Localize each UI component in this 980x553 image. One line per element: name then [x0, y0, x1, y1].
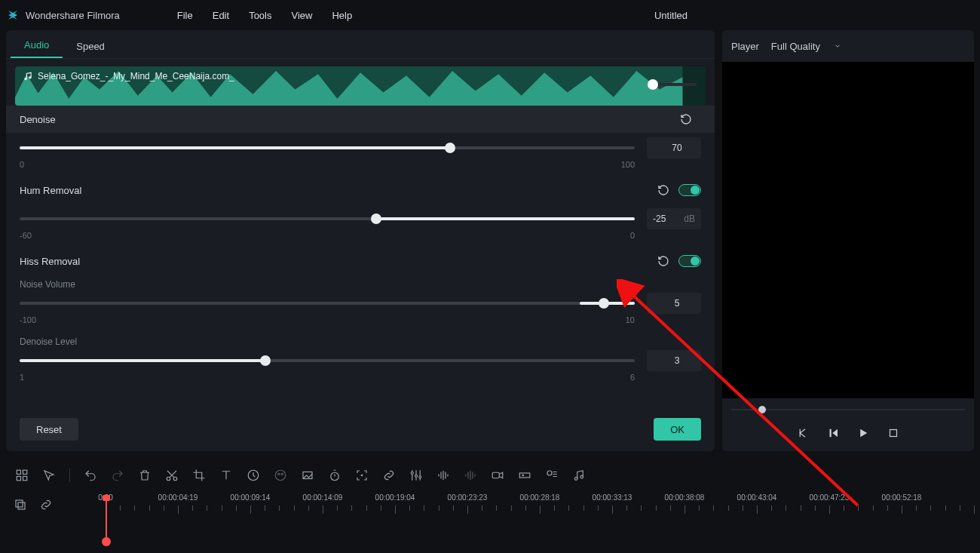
document-title: Untitled: [654, 10, 688, 21]
stop-icon[interactable]: [887, 426, 900, 440]
ok-button[interactable]: OK: [654, 418, 701, 441]
reset-denoise-icon[interactable]: [680, 113, 692, 125]
undo-icon[interactable]: [84, 469, 97, 482]
noise-volume-value[interactable]: 5: [647, 293, 701, 314]
svg-point-16: [281, 473, 283, 475]
reset-hiss-icon[interactable]: [657, 255, 669, 267]
duplicate-icon[interactable]: [14, 498, 27, 512]
brand: Wondershare Filmora: [6, 8, 120, 22]
svg-point-15: [278, 473, 280, 475]
svg-rect-30: [16, 500, 23, 507]
snap-icon[interactable]: [39, 498, 53, 512]
svg-point-12: [173, 477, 177, 481]
menu-help[interactable]: Help: [324, 7, 360, 24]
select-tool-icon[interactable]: [42, 469, 56, 482]
ruler-mark: 00:00:38:08: [665, 493, 705, 502]
menu-tools[interactable]: Tools: [241, 7, 279, 24]
tab-audio[interactable]: Audio: [11, 33, 63, 58]
hum-value[interactable]: -25dB: [647, 208, 701, 229]
stopwatch-icon[interactable]: [328, 469, 341, 482]
play-icon[interactable]: [856, 426, 870, 440]
delete-icon[interactable]: [138, 469, 152, 482]
denoise-level-value[interactable]: 3: [647, 350, 701, 371]
svg-point-4: [29, 76, 32, 79]
svg-rect-9: [17, 477, 20, 481]
layout-icon[interactable]: [15, 469, 29, 482]
svg-point-26: [547, 471, 552, 475]
svg-rect-29: [18, 502, 25, 509]
cut-icon[interactable]: [165, 469, 179, 482]
timeline-toolbar: [0, 462, 980, 489]
denoise-header: Denoise: [6, 106, 715, 133]
svg-rect-23: [492, 472, 499, 478]
menu-view[interactable]: View: [283, 7, 320, 24]
playhead[interactable]: [106, 496, 107, 542]
hum-removal-header: Hum Removal: [6, 177, 715, 204]
denoise-slider[interactable]: [20, 146, 635, 149]
svg-point-27: [574, 478, 577, 481]
svg-point-21: [415, 475, 418, 477]
prev-frame-icon[interactable]: [796, 426, 810, 440]
transport-controls: [722, 415, 974, 451]
hiss-title: Hiss Removal: [20, 256, 80, 267]
waveform-zoom-handle[interactable]: [651, 83, 697, 86]
marker-icon[interactable]: [518, 469, 531, 482]
svg-point-11: [167, 477, 170, 481]
clip-filename: Selena_Gomez_-_My_Mind_Me_CeeNaija.com_: [38, 71, 234, 81]
step-back-icon[interactable]: [826, 426, 840, 440]
ruler-mark: 00:00:47:23: [810, 493, 850, 502]
hiss-toggle[interactable]: [678, 255, 701, 267]
menu-file[interactable]: File: [170, 7, 201, 24]
reset-button[interactable]: Reset: [20, 418, 78, 441]
denoise-level-slider[interactable]: [20, 359, 635, 362]
beat-icon[interactable]: [572, 469, 586, 482]
denoise-value[interactable]: 70: [647, 137, 701, 158]
svg-point-14: [275, 470, 286, 481]
ruler-mark: 00:00:52:18: [882, 493, 922, 502]
denoise-level-label: Denoise Level: [20, 336, 701, 347]
speed-icon[interactable]: [247, 469, 260, 482]
video-viewport[interactable]: [722, 62, 974, 398]
redo-icon[interactable]: [111, 469, 124, 482]
transcribe-icon[interactable]: [545, 469, 559, 482]
greenscreen-icon[interactable]: [301, 469, 314, 482]
ruler-mark: 00:00:28:18: [520, 493, 560, 502]
svg-rect-6: [890, 430, 897, 437]
tab-speed[interactable]: Speed: [63, 35, 118, 58]
svg-point-20: [411, 472, 413, 475]
audio-clip-waveform[interactable]: Selena_Gomez_-_My_Mind_Me_CeeNaija.com_: [15, 66, 706, 106]
quality-dropdown[interactable]: Full Quality: [768, 38, 855, 55]
playback-track[interactable]: [731, 404, 965, 415]
timeline-ruler[interactable]: 0:00 00:00:04:1900:00:09:1400:00:14:0900…: [106, 493, 974, 516]
player-panel: Player Full Quality: [722, 30, 974, 451]
app-name: Wondershare Filmora: [26, 10, 120, 21]
crop-icon[interactable]: [192, 469, 206, 482]
svg-point-22: [419, 476, 421, 478]
noise-volume-slider[interactable]: [20, 302, 635, 305]
svg-rect-7: [17, 470, 20, 474]
link-icon[interactable]: [382, 469, 396, 482]
divider: [69, 469, 70, 482]
ruler-mark: 00:00:43:04: [737, 493, 777, 502]
ruler-mark: 00:00:04:19: [158, 493, 198, 502]
record-icon[interactable]: [491, 469, 504, 482]
color-icon[interactable]: [274, 469, 287, 482]
ruler-mark: 00:00:33:13: [593, 493, 632, 502]
ai-audio-icon[interactable]: [464, 469, 477, 482]
denoise-title: Denoise: [20, 114, 56, 125]
audio-bars-icon[interactable]: [436, 469, 450, 482]
hum-slider[interactable]: [20, 217, 635, 220]
ruler-mark: 00:00:09:14: [231, 493, 271, 502]
hum-toggle[interactable]: [678, 184, 701, 196]
noise-volume-label: Noise Volume: [20, 279, 701, 290]
chevron-down-icon: [834, 42, 841, 50]
equalizer-icon[interactable]: [409, 469, 423, 482]
svg-rect-5: [830, 429, 831, 438]
menu-edit[interactable]: Edit: [205, 7, 237, 24]
reset-hum-icon[interactable]: [657, 184, 669, 196]
audio-properties-panel: Audio Speed Selena_Gomez_-_My_Mind_Me_Ce…: [6, 30, 715, 451]
text-icon[interactable]: [219, 469, 233, 482]
ruler-mark: 00:00:19:04: [375, 493, 415, 502]
app-logo-icon: [6, 8, 20, 22]
focus-icon[interactable]: [355, 469, 369, 482]
